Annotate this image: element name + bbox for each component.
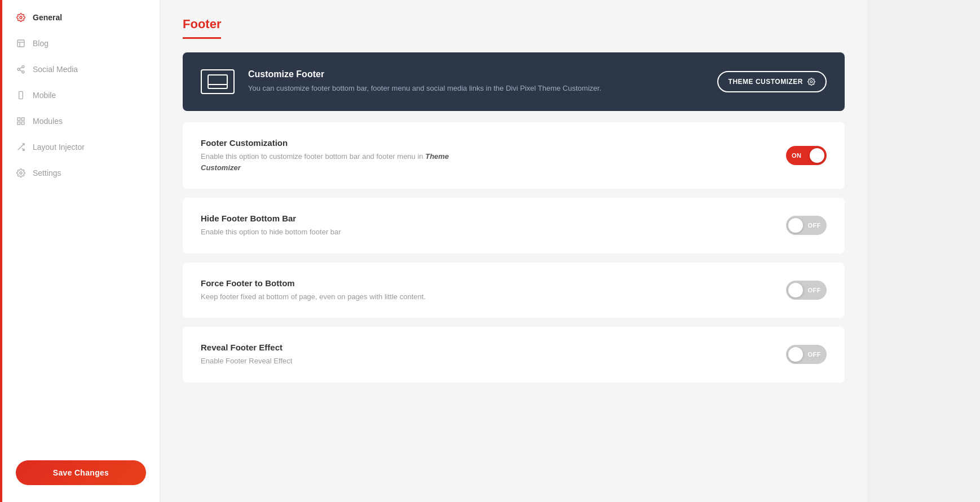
modules-icon [16, 116, 26, 126]
setting-desc-3: Enable Footer Reveal Effect [201, 356, 292, 367]
sidebar-item-blog[interactable]: Blog [2, 30, 160, 56]
banner-text: Customize Footer You can customize foote… [248, 69, 704, 94]
settings-icon [16, 168, 26, 178]
sidebar-item-label-settings: Settings [33, 168, 61, 177]
toggle-hide-footer[interactable]: OFF [786, 216, 827, 235]
setting-label-footer-customization: Footer Customization Enable this option … [201, 138, 471, 173]
svg-point-17 [20, 172, 22, 174]
setting-title-1: Hide Footer Bottom Bar [201, 214, 341, 223]
sidebar-footer: Save Changes [2, 449, 160, 502]
mobile-icon [16, 90, 26, 100]
svg-point-0 [20, 16, 22, 19]
setting-desc-2: Keep footer fixed at bottom of page, eve… [201, 291, 426, 303]
svg-rect-1 [17, 40, 24, 47]
toggle-wrap-1: OFF [786, 216, 827, 235]
toggle-knob-0 [810, 148, 824, 163]
toggle-wrap-2: OFF [786, 281, 827, 300]
right-panel [867, 0, 980, 502]
svg-line-7 [20, 70, 23, 72]
svg-rect-13 [17, 122, 20, 125]
svg-rect-9 [19, 91, 23, 99]
gear-icon-small [807, 78, 815, 86]
theme-customizer-button[interactable]: THEME CUSTOMIZER [717, 71, 827, 92]
setting-desc-0: Enable this option to customize footer b… [201, 151, 471, 173]
save-button[interactable]: Save Changes [16, 460, 146, 485]
setting-label-reveal-footer: Reveal Footer Effect Enable Footer Revea… [201, 343, 292, 367]
sidebar: General Blog [2, 0, 160, 502]
setting-label-force-footer: Force Footer to Bottom Keep footer fixed… [201, 278, 426, 303]
toggle-force-footer[interactable]: OFF [786, 281, 827, 300]
setting-title-0: Footer Customization [201, 138, 471, 148]
theme-customizer-label: THEME CUSTOMIZER [729, 78, 803, 86]
toggle-label-off-2: OFF [808, 287, 822, 294]
toggle-knob-2 [788, 283, 803, 297]
toggle-label-on-0: ON [792, 152, 802, 159]
sidebar-item-label-modules: Modules [33, 117, 63, 126]
toggle-label-off-3: OFF [808, 351, 822, 358]
svg-point-5 [17, 68, 20, 70]
setting-hide-footer-bottom-bar: Hide Footer Bottom Bar Enable this optio… [183, 198, 845, 254]
toggle-knob-3 [788, 347, 803, 362]
svg-point-4 [22, 65, 24, 68]
sidebar-item-social-media[interactable]: Social Media [2, 56, 160, 82]
setting-title-3: Reveal Footer Effect [201, 343, 292, 352]
svg-rect-14 [21, 122, 24, 125]
toggle-label-off-1: OFF [808, 222, 822, 229]
toggle-knob-1 [788, 218, 803, 233]
toggle-wrap-0: ON [786, 146, 827, 165]
svg-point-20 [810, 81, 813, 83]
toggle-footer-customization[interactable]: ON [786, 146, 827, 165]
sidebar-nav: General Blog [2, 0, 160, 449]
setting-footer-customization: Footer Customization Enable this option … [183, 122, 845, 189]
sidebar-item-settings[interactable]: Settings [2, 160, 160, 186]
setting-reveal-footer-effect: Reveal Footer Effect Enable Footer Revea… [183, 327, 845, 383]
setting-label-hide-footer: Hide Footer Bottom Bar Enable this optio… [201, 214, 341, 238]
blog-icon [16, 38, 26, 48]
setting-desc-1: Enable this option to hide bottom footer… [201, 226, 341, 238]
social-icon [16, 64, 26, 74]
banner-heading: Customize Footer [248, 69, 704, 79]
customize-footer-banner: Customize Footer You can customize foote… [183, 52, 845, 111]
setting-force-footer-bottom: Force Footer to Bottom Keep footer fixed… [183, 263, 845, 318]
gear-icon [16, 12, 26, 23]
svg-rect-11 [17, 118, 20, 121]
page-title: Footer [183, 17, 221, 39]
svg-line-8 [20, 67, 23, 69]
sidebar-item-label-mobile: Mobile [33, 91, 56, 100]
sidebar-item-general[interactable]: General [2, 5, 160, 30]
sidebar-item-layout-injector[interactable]: Layout Injector [2, 134, 160, 160]
main-content: Footer Customize Footer You can customiz… [160, 0, 867, 502]
sidebar-item-modules[interactable]: Modules [2, 108, 160, 134]
toggle-reveal-footer[interactable]: OFF [786, 345, 827, 364]
sidebar-item-label-layout: Layout Injector [33, 143, 85, 152]
svg-point-6 [22, 71, 24, 73]
sidebar-item-label-blog: Blog [33, 39, 48, 48]
toggle-wrap-3: OFF [786, 345, 827, 364]
setting-title-2: Force Footer to Bottom [201, 278, 426, 288]
sidebar-item-mobile[interactable]: Mobile [2, 82, 160, 108]
layout-icon [16, 142, 26, 152]
banner-description: You can customize footer bottom bar, foo… [248, 83, 704, 94]
svg-rect-18 [208, 75, 227, 88]
footer-icon [201, 69, 235, 94]
sidebar-item-label-general: General [33, 13, 62, 22]
svg-rect-12 [21, 118, 24, 121]
sidebar-item-label-social: Social Media [33, 65, 78, 74]
